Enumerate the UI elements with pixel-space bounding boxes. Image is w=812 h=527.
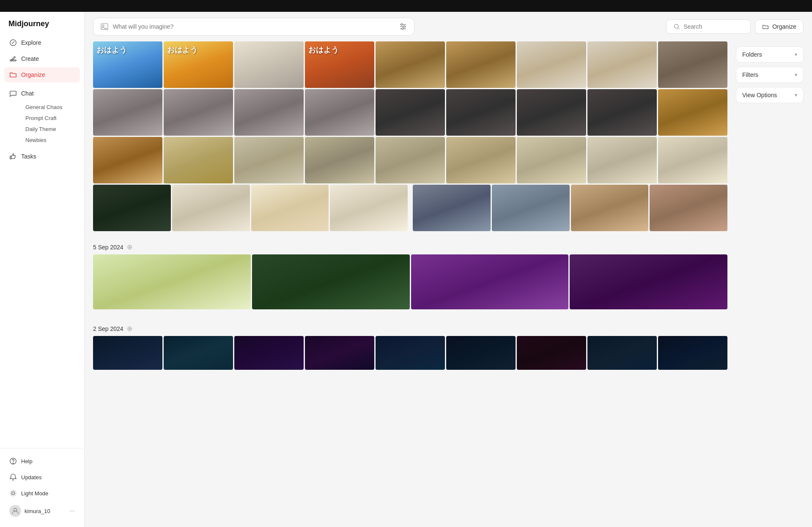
user-profile[interactable]: kimura_10 ··· <box>4 502 80 520</box>
gallery-image[interactable] <box>446 137 516 183</box>
gallery-image[interactable] <box>376 41 445 88</box>
gallery-image[interactable] <box>172 185 250 231</box>
svg-marker-2 <box>12 41 14 44</box>
gallery-row-4 <box>93 185 727 231</box>
sidebar-item-organize-label: Organize <box>21 71 45 78</box>
date-label-sep2: 2 Sep 2024 ⊕ <box>93 319 727 336</box>
gallery-image[interactable] <box>658 137 727 183</box>
sidebar-item-tasks-label: Tasks <box>21 153 36 160</box>
sidebar-chat-sub: General Chaos Prompt Craft Daily Theme N… <box>4 102 80 145</box>
filters-panel[interactable]: Filters ▾ <box>736 67 804 83</box>
gallery-image[interactable] <box>234 89 304 136</box>
date-text-sep5: 5 Sep 2024 <box>93 244 123 251</box>
gallery-image[interactable] <box>93 185 171 231</box>
svg-line-12 <box>11 491 11 492</box>
gallery-image[interactable] <box>234 336 304 370</box>
date-text-sep2: 2 Sep 2024 <box>93 325 123 332</box>
top-bar <box>0 0 812 12</box>
organize-button[interactable]: Organize <box>755 19 804 34</box>
folders-panel[interactable]: Folders ▾ <box>736 46 804 63</box>
view-options-chevron: ▾ <box>795 92 797 98</box>
prompt-input[interactable] <box>113 23 395 30</box>
gallery-image[interactable] <box>517 336 586 370</box>
gallery-image[interactable] <box>492 185 570 231</box>
sidebar-item-organize[interactable]: Organize <box>4 67 80 82</box>
svg-line-13 <box>15 495 15 495</box>
gallery-image[interactable] <box>587 336 657 370</box>
gallery-image[interactable] <box>413 185 491 231</box>
gallery-image[interactable] <box>446 89 516 136</box>
filters-label: Filters <box>742 71 758 78</box>
user-menu-dots[interactable]: ··· <box>69 507 75 515</box>
svg-point-22 <box>401 24 403 25</box>
gallery-image[interactable]: おはよう <box>305 41 374 88</box>
gallery-image[interactable] <box>305 336 374 370</box>
gallery-image[interactable] <box>517 89 586 136</box>
gallery-image[interactable] <box>305 89 374 136</box>
svg-point-18 <box>102 25 104 27</box>
gallery-image[interactable]: おはよう <box>164 41 233 88</box>
svg-point-7 <box>12 492 14 494</box>
gallery-image[interactable] <box>164 89 233 136</box>
gallery-row-1: おはよう おはよう おはよう <box>93 41 727 88</box>
date-plus-sep5[interactable]: ⊕ <box>127 243 132 251</box>
gallery-image[interactable] <box>252 254 410 309</box>
gallery-row-sep2 <box>93 336 727 370</box>
gallery-image[interactable] <box>658 336 727 370</box>
sidebar-item-general-chaos[interactable]: General Chaos <box>21 102 80 112</box>
chat-icon <box>9 90 17 97</box>
gallery-image[interactable] <box>446 41 516 88</box>
gallery-image[interactable] <box>164 137 233 183</box>
sidebar-item-create[interactable]: Create <box>4 51 80 66</box>
gallery-image[interactable] <box>517 137 586 183</box>
gallery-image[interactable] <box>650 185 727 231</box>
sidebar-item-daily-theme[interactable]: Daily Theme <box>21 124 80 134</box>
gallery-row-sep5 <box>93 254 727 309</box>
gallery-image[interactable] <box>251 185 329 231</box>
gallery-image[interactable] <box>376 89 445 136</box>
view-options-panel[interactable]: View Options ▾ <box>736 87 804 103</box>
search-label: Search <box>683 23 702 30</box>
gallery-image[interactable] <box>305 137 374 183</box>
sidebar-item-newbies[interactable]: Newbies <box>21 135 80 145</box>
gallery-image[interactable] <box>587 41 657 88</box>
gallery-image[interactable] <box>570 254 727 309</box>
sidebar-item-explore[interactable]: Explore <box>4 35 80 50</box>
gallery-image[interactable] <box>234 137 304 183</box>
sliders-icon[interactable] <box>399 22 407 31</box>
bell-icon <box>9 473 17 481</box>
gallery-image[interactable] <box>234 41 304 88</box>
sidebar-item-prompt-craft[interactable]: Prompt Craft <box>21 113 80 123</box>
gallery-image[interactable]: おはよう <box>93 41 162 88</box>
gallery-image[interactable] <box>164 336 233 370</box>
content-area: おはよう おはよう おはよう <box>85 41 812 527</box>
gallery-image[interactable] <box>658 41 727 88</box>
gallery-image[interactable] <box>93 254 251 309</box>
sidebar-item-tasks[interactable]: Tasks <box>4 149 80 164</box>
gallery-image[interactable] <box>517 41 586 88</box>
date-plus-sep2[interactable]: ⊕ <box>127 325 132 333</box>
gallery-image[interactable] <box>658 89 727 136</box>
sidebar-item-help[interactable]: Help <box>4 453 80 469</box>
svg-point-23 <box>403 26 405 27</box>
prompt-bar[interactable] <box>93 18 414 35</box>
gallery-image[interactable] <box>571 185 649 231</box>
gallery-image[interactable] <box>330 185 408 231</box>
gallery-image[interactable] <box>446 336 516 370</box>
image-icon <box>100 22 109 31</box>
gallery-image[interactable] <box>93 336 162 370</box>
search-box[interactable]: Search <box>666 19 751 34</box>
sidebar-item-light-mode[interactable]: Light Mode <box>4 486 80 501</box>
gallery-image[interactable] <box>411 254 569 309</box>
gallery-image[interactable] <box>93 89 162 136</box>
gallery-image[interactable] <box>376 137 445 183</box>
gallery-image[interactable] <box>587 137 657 183</box>
gallery-image[interactable] <box>587 89 657 136</box>
right-panel: Folders ▾ Filters ▾ View Options ▾ <box>736 41 804 519</box>
sidebar-item-chat[interactable]: Chat <box>4 86 80 101</box>
sidebar-item-updates[interactable]: Updates <box>4 470 80 485</box>
gallery-image[interactable] <box>93 137 162 183</box>
compass-icon <box>9 39 17 46</box>
gallery-image[interactable] <box>376 336 445 370</box>
search-icon <box>673 23 680 30</box>
